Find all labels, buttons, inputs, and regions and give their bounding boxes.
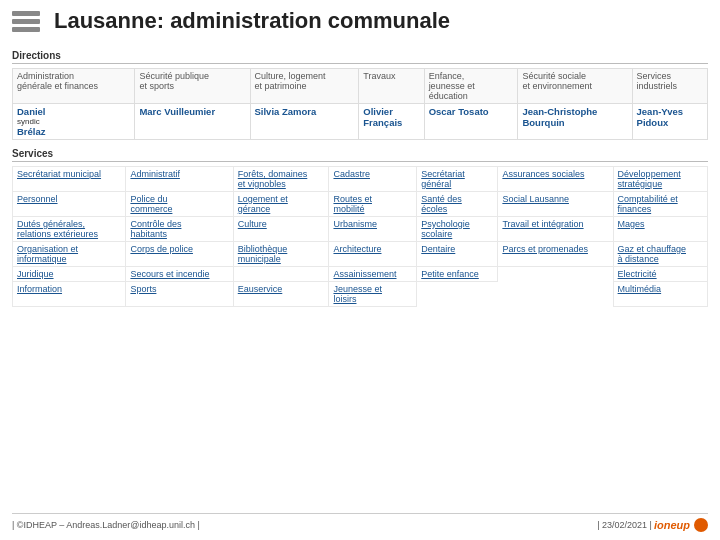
service-empty-1: [233, 267, 329, 282]
service-cadastre[interactable]: Cadastre: [329, 167, 417, 192]
service-empty-4: [498, 282, 613, 307]
service-logement[interactable]: Logement etgérance: [233, 192, 329, 217]
service-secours[interactable]: Secours et incendie: [126, 267, 233, 282]
ioneup-logo: ioneup: [654, 519, 690, 531]
service-multimedia[interactable]: Multimédia: [613, 282, 707, 307]
dir-col-1: Administrationgénérale et finances: [13, 69, 135, 104]
person-oscar: Oscar Tosato: [424, 104, 518, 140]
service-empty-3: [417, 282, 498, 307]
service-urbanisme[interactable]: Urbanisme: [329, 217, 417, 242]
service-mages[interactable]: Mages: [613, 217, 707, 242]
person-olivier: OlivierFrançais: [359, 104, 424, 140]
service-jeunesse[interactable]: Jeunesse etloisirs: [329, 282, 417, 307]
service-developpement[interactable]: Développementstratégique: [613, 167, 707, 192]
service-corps-police[interactable]: Corps de police: [126, 242, 233, 267]
directions-section: Directions Administrationgénérale et fin…: [12, 46, 708, 144]
service-controle[interactable]: Contrôle deshabitants: [126, 217, 233, 242]
table-row: Organisation etinformatique Corps de pol…: [13, 242, 708, 267]
service-routes[interactable]: Routes etmobilité: [329, 192, 417, 217]
service-assurances[interactable]: Assurances sociales: [498, 167, 613, 192]
service-sports[interactable]: Sports: [126, 282, 233, 307]
services-divider: [12, 161, 708, 162]
header: Lausanne: administration communale: [12, 8, 708, 38]
page-title: Lausanne: administration communale: [54, 8, 450, 34]
dir-col-2: Sécurité publiqueet sports: [135, 69, 250, 104]
person-jean-yves: Jean-YvesPidoux: [632, 104, 707, 140]
service-information[interactable]: Information: [13, 282, 126, 307]
directions-divider: [12, 63, 708, 64]
page-wrapper: Lausanne: administration communale Direc…: [0, 0, 720, 540]
service-administratif[interactable]: Administratif: [126, 167, 233, 192]
table-row: Secrétariat municipal Administratif Forê…: [13, 167, 708, 192]
dir-col-4: Travaux: [359, 69, 424, 104]
services-label: Services: [12, 148, 708, 159]
ioneup-icon: [694, 518, 708, 532]
dir-col-6: Sécurité socialeet environnement: [518, 69, 632, 104]
service-juridique[interactable]: Juridique: [13, 267, 126, 282]
service-secretariat-general[interactable]: Secrétariatgénéral: [417, 167, 498, 192]
directions-header-row: Administrationgénérale et finances Sécur…: [13, 69, 708, 104]
person-silvia: Silvia Zamora: [250, 104, 359, 140]
service-comptabilite[interactable]: Comptabilité etfinances: [613, 192, 707, 217]
service-dutes[interactable]: Dutés générales,relations extérieures: [13, 217, 126, 242]
dir-col-3: Culture, logementet patrimoine: [250, 69, 359, 104]
footer-right: | 23/02/2021 |: [597, 520, 652, 530]
table-row: Dutés générales,relations extérieures Co…: [13, 217, 708, 242]
service-empty-2: [498, 267, 613, 282]
service-personnel[interactable]: Personnel: [13, 192, 126, 217]
service-assainissement[interactable]: Assainissement: [329, 267, 417, 282]
dir-col-5: Enfance,jeunesse etéducation: [424, 69, 518, 104]
table-row: Personnel Police ducommerce Logement etg…: [13, 192, 708, 217]
service-bibliotheque[interactable]: Bibliothèquemunicipale: [233, 242, 329, 267]
directions-table: Administrationgénérale et finances Sécur…: [12, 68, 708, 140]
dir-col-7: Servicesindustriels: [632, 69, 707, 104]
service-secretariat-municipal[interactable]: Secrétariat municipal: [13, 167, 126, 192]
directions-person-row: DanielsyndicBrélaz Marc Vuilleumier Silv…: [13, 104, 708, 140]
footer: | ©IDHEAP – Andreas.Ladner@idheap.unil.c…: [12, 513, 708, 532]
service-petite-enfance[interactable]: Petite enfance: [417, 267, 498, 282]
service-culture[interactable]: Culture: [233, 217, 329, 242]
person-marc: Marc Vuilleumier: [135, 104, 250, 140]
person-daniel: DanielsyndicBrélaz: [13, 104, 135, 140]
services-table: Secrétariat municipal Administratif Forê…: [12, 166, 708, 307]
service-sante-ecoles[interactable]: Santé desécoles: [417, 192, 498, 217]
service-electricite[interactable]: Electricité: [613, 267, 707, 282]
service-organisation[interactable]: Organisation etinformatique: [13, 242, 126, 267]
service-social-lausanne[interactable]: Social Lausanne: [498, 192, 613, 217]
service-parcs[interactable]: Parcs et promenades: [498, 242, 613, 267]
service-gaz[interactable]: Gaz et chauffageà distance: [613, 242, 707, 267]
service-eauservice[interactable]: Eauservice: [233, 282, 329, 307]
services-section: Services Secrétariat municipal Administr…: [12, 144, 708, 307]
service-travail[interactable]: Travail et intégration: [498, 217, 613, 242]
table-row: Juridique Secours et incendie Assainisse…: [13, 267, 708, 282]
person-jean-christophe: Jean-ChristopheBourquin: [518, 104, 632, 140]
service-dentaire[interactable]: Dentaire: [417, 242, 498, 267]
service-forets[interactable]: Forêts, domaineset vignobles: [233, 167, 329, 192]
hamburger-icon: [12, 11, 40, 32]
service-psychologie[interactable]: Psychologiescolaire: [417, 217, 498, 242]
table-row: Information Sports Eauservice Jeunesse e…: [13, 282, 708, 307]
logo-area: | 23/02/2021 | ioneup: [597, 518, 708, 532]
footer-left: | ©IDHEAP – Andreas.Ladner@idheap.unil.c…: [12, 520, 200, 530]
service-architecture[interactable]: Architecture: [329, 242, 417, 267]
service-police-commerce[interactable]: Police ducommerce: [126, 192, 233, 217]
directions-label: Directions: [12, 50, 708, 61]
